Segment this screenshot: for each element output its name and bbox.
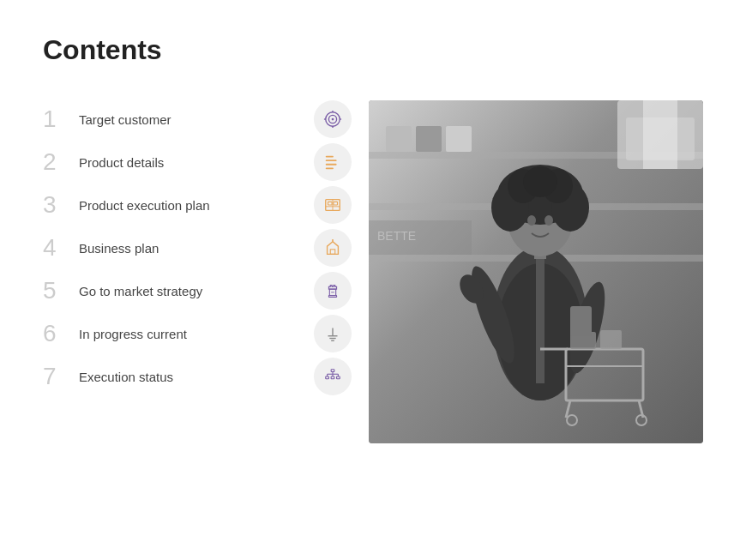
svg-rect-70 [600,330,622,349]
item-label-1: Target customer [70,112,297,127]
list-item: 1 Target customer [43,100,352,138]
list-item: 5 Go to market strategy [43,272,352,310]
item-label-6: In progress current [70,327,297,341]
svg-rect-13 [334,202,338,205]
item-label-2: Product details [70,155,297,170]
target-customer-icon [314,100,352,138]
svg-text:BETTE: BETTE [377,229,416,243]
execution-status-icon [314,358,352,395]
item-label-7: Execution status [70,370,297,384]
list-item: 2 Product details [43,143,352,181]
item-number-6: 6 [43,322,70,346]
item-number-7: 7 [43,364,70,388]
item-label-5: Go to market strategy [70,284,297,298]
left-section: 1 Target customer 2 Pro [43,100,352,400]
list-item: 3 Product execution plan [43,186,352,224]
item-label-4: Business plan [70,241,297,256]
business-plan-icon [314,229,352,267]
product-details-icon [314,143,352,181]
svg-point-2 [332,118,334,121]
svg-rect-29 [331,376,334,379]
svg-rect-71 [570,306,592,336]
svg-rect-41 [416,126,442,152]
svg-rect-28 [326,376,329,379]
svg-rect-9 [326,164,337,166]
svg-rect-7 [326,156,334,158]
svg-rect-48 [536,255,544,383]
svg-point-57 [527,215,536,226]
svg-rect-30 [337,376,340,379]
market-strategy-icon [314,272,352,310]
svg-rect-45 [643,100,677,169]
list-item: 6 In progress current [43,315,352,352]
photo-image: BETTE [369,100,703,443]
product-execution-icon [314,186,352,224]
svg-rect-40 [386,126,412,152]
item-number-4: 4 [43,236,70,260]
item-number-5: 5 [43,279,70,303]
in-progress-icon [314,315,352,352]
svg-point-58 [544,215,553,226]
svg-rect-27 [331,370,334,372]
svg-rect-17 [330,250,335,255]
item-number-2: 2 [43,150,70,174]
svg-marker-16 [328,242,339,255]
svg-rect-10 [326,167,334,169]
list-item: 7 Execution status [43,358,352,395]
list-item: 4 Business plan [43,229,352,267]
item-number-3: 3 [43,193,70,217]
item-label-3: Product execution plan [70,198,297,213]
svg-point-56 [523,166,557,197]
item-number-1: 1 [43,107,70,131]
page: Contents 1 Target customer [0,0,746,560]
svg-rect-42 [446,126,472,152]
page-title: Contents [43,34,703,66]
content-area: 1 Target customer 2 Pro [43,100,703,443]
svg-rect-12 [328,202,333,205]
svg-point-19 [332,239,334,241]
photo-section: BETTE [369,100,703,443]
svg-rect-8 [326,160,337,161]
